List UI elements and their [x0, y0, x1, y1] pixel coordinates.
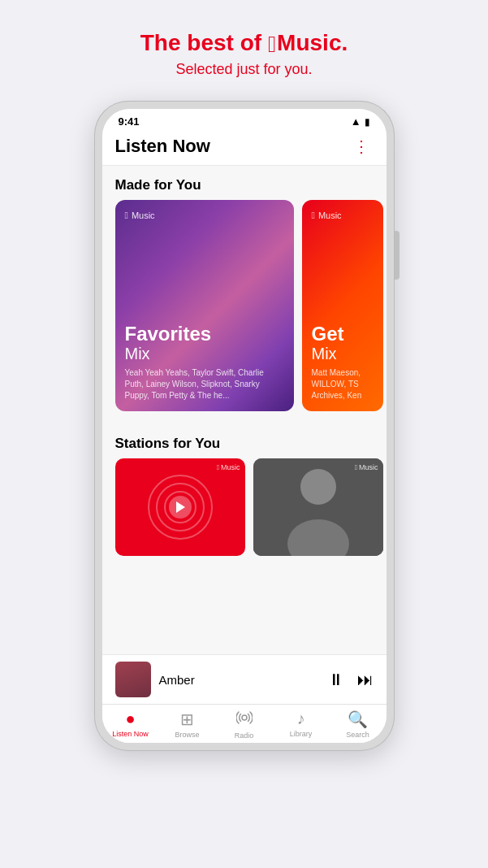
- now-playing-artwork: [115, 662, 151, 697]
- status-icons: ▲ ▮: [351, 115, 370, 128]
- tab-search[interactable]: 🔍 Search: [330, 710, 387, 740]
- radio-label: Radio: [235, 731, 254, 740]
- station-apple-symbol: : [217, 463, 219, 471]
- stations-row:  Music: [102, 458, 387, 566]
- battery-icon: ▮: [365, 116, 370, 128]
- radio-icon: [236, 710, 253, 730]
- now-playing-title: Amber: [159, 673, 320, 687]
- pause-button[interactable]: ⏸: [328, 671, 344, 689]
- get-mix-artists: Matt Maeson, WILLOW, TS Archives, Ken: [312, 367, 374, 401]
- station-apple-badge:  Music: [217, 463, 240, 471]
- nav-title: Listen Now: [115, 136, 210, 157]
- apple-symbol-get: : [312, 210, 315, 221]
- page-wrapper: The best of Music. Selected just for yo…: [94, 0, 395, 751]
- nav-bar: Listen Now ⋮: [102, 131, 387, 166]
- listen-now-label: Listen Now: [112, 730, 149, 738]
- playback-controls: ⏸ ⏭: [328, 671, 374, 689]
- phone-inner: 9:41 ▲ ▮ Listen Now ⋮ Made for You: [102, 109, 387, 743]
- listen-now-icon: ●: [125, 710, 135, 728]
- search-label: Search: [346, 731, 369, 739]
- status-time: 9:41: [119, 115, 140, 128]
- radio-rings: [148, 475, 213, 540]
- svg-point-1: [300, 469, 336, 505]
- stations-for-you-title: Stations for You: [102, 424, 387, 458]
- station-person-music-label: Music: [359, 463, 378, 471]
- artwork-image: [115, 662, 151, 697]
- play-triangle-icon: [176, 501, 185, 513]
- search-icon: 🔍: [348, 710, 368, 729]
- svg-point-3: [242, 715, 247, 720]
- station-music-label: Music: [221, 463, 240, 471]
- get-mix-title-main: Get: [312, 323, 374, 345]
- apple-music-label-favorites: Music: [132, 210, 155, 220]
- made-for-you-title: Made for You: [102, 166, 387, 200]
- wifi-icon: ▲: [351, 115, 361, 128]
- person-station-card[interactable]:  Music: [253, 458, 383, 556]
- tab-library[interactable]: ♪ Library: [273, 710, 330, 740]
- get-mix-card[interactable]:  Music Get Mix Matt Maeson, WILLOW, TS …: [302, 200, 383, 411]
- status-bar: 9:41 ▲ ▮: [102, 109, 387, 131]
- get-mix-title-area: Get Mix Matt Maeson, WILLOW, TS Archives…: [312, 323, 374, 401]
- browse-label: Browse: [175, 731, 199, 739]
- title-prefix: The best of: [140, 30, 268, 55]
- page-header: The best of Music. Selected just for yo…: [94, 0, 395, 94]
- apple-symbol-favorites: : [125, 210, 128, 221]
- apple-music-label-get: Music: [318, 210, 342, 220]
- content-area[interactable]: Made for You  Music Favorites Mix Yeah …: [102, 166, 387, 654]
- person-station-image: [253, 458, 383, 556]
- favorites-mix-card[interactable]:  Music Favorites Mix Yeah Yeah Yeahs, T…: [115, 200, 294, 411]
- person-station-svg: [253, 458, 383, 556]
- more-options-button[interactable]: ⋮: [349, 134, 374, 158]
- favorites-mix-title-main: Favorites: [125, 323, 284, 345]
- station-person-apple-symbol: : [355, 463, 357, 471]
- skip-forward-button[interactable]: ⏭: [357, 671, 374, 689]
- title-brand: Music.: [277, 30, 348, 55]
- library-label: Library: [290, 730, 313, 738]
- apple-logo-icon: : [268, 31, 276, 59]
- tab-listen-now[interactable]: ● Listen Now: [102, 710, 159, 740]
- favorites-mix-title-area: Favorites Mix Yeah Yeah Yeahs, Taylor Sw…: [125, 323, 284, 401]
- tab-browse[interactable]: ⊞ Browse: [159, 710, 216, 740]
- tab-radio[interactable]: Radio: [216, 710, 273, 740]
- now-playing-bar[interactable]: Amber ⏸ ⏭: [102, 654, 387, 704]
- station-person-apple-badge:  Music: [355, 463, 378, 471]
- page-subtitle: Selected just for you.: [110, 61, 378, 78]
- apple-music-logo-favorites:  Music: [125, 210, 284, 221]
- browse-icon: ⊞: [180, 710, 194, 729]
- favorites-mix-title-sub: Mix: [125, 345, 284, 362]
- get-mix-title-sub: Mix: [312, 345, 374, 362]
- mix-cards-row:  Music Favorites Mix Yeah Yeah Yeahs, T…: [102, 200, 387, 424]
- phone-frame: 9:41 ▲ ▮ Listen Now ⋮ Made for You: [94, 101, 395, 751]
- library-icon: ♪: [297, 710, 305, 728]
- favorites-mix-artists: Yeah Yeah Yeahs, Taylor Swift, Charlie P…: [125, 367, 284, 401]
- page-title: The best of Music.: [110, 29, 378, 58]
- play-button-ring[interactable]: [169, 496, 192, 519]
- apple-music-logo-get:  Music: [312, 210, 374, 221]
- radio-station-card[interactable]:  Music: [115, 458, 245, 556]
- tab-bar: ● Listen Now ⊞ Browse: [102, 704, 387, 743]
